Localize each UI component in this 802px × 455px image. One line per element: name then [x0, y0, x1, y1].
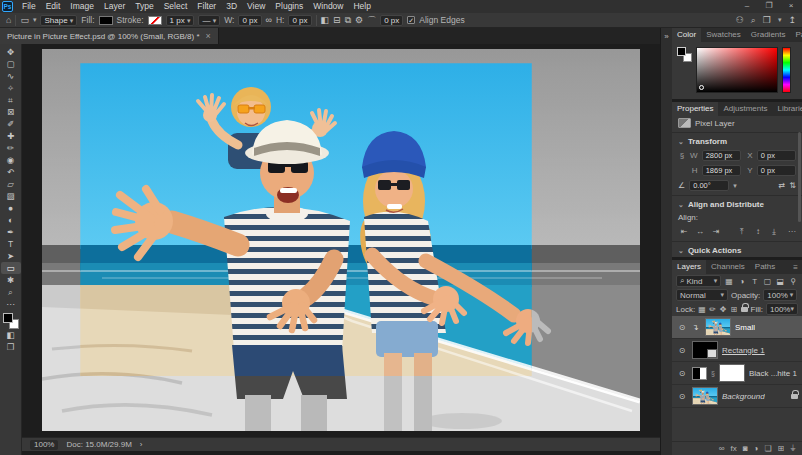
layer-name[interactable]: Background: [722, 392, 765, 401]
zoom-tool[interactable]: ⌕: [1, 286, 21, 298]
path-arrangement-icon[interactable]: ⧉: [345, 14, 351, 27]
tab-libraries[interactable]: Libraries: [773, 102, 802, 116]
link-wh-icon[interactable]: §: [678, 151, 686, 160]
x-field[interactable]: 0 px: [757, 150, 796, 161]
lasso-tool[interactable]: ∿: [1, 70, 21, 82]
new-layer-icon[interactable]: ⊞: [778, 444, 785, 453]
layer-name[interactable]: Rectangle 1: [722, 346, 765, 355]
tab-color[interactable]: Color: [672, 28, 701, 42]
align-middle-icon[interactable]: ↕: [752, 226, 764, 237]
lock-artboard-icon[interactable]: ⊞: [730, 305, 738, 314]
menu-window[interactable]: Window: [308, 0, 348, 13]
foreground-color-swatch[interactable]: [677, 47, 686, 56]
eyedropper-tool[interactable]: ✐: [1, 118, 21, 130]
visibility-eye-icon[interactable]: ⊙: [676, 346, 688, 355]
lock-all-icon[interactable]: [741, 307, 748, 312]
layer-thumbnail[interactable]: [705, 318, 731, 336]
black-white-adjustment-icon[interactable]: [692, 367, 707, 380]
tab-patterns[interactable]: Patterns: [791, 28, 802, 42]
fill-select[interactable]: 100% ▾: [766, 303, 798, 315]
delete-layer-icon[interactable]: ⏚: [790, 444, 796, 454]
home-icon[interactable]: ⌂: [6, 14, 11, 27]
frame-tool[interactable]: ⊠: [1, 106, 21, 118]
align-edges-checkbox[interactable]: ✓: [407, 16, 415, 24]
filter-adjustment-icon[interactable]: ◑: [737, 277, 747, 286]
more-options-icon[interactable]: ···: [788, 227, 796, 236]
clone-stamp-tool[interactable]: ◉: [1, 154, 21, 166]
stroke-swatch[interactable]: [148, 16, 162, 25]
add-layer-mask-icon[interactable]: ◙: [743, 444, 748, 453]
filter-smart-object-icon[interactable]: ⬓: [775, 277, 785, 286]
chevron-down-icon[interactable]: ▾: [778, 16, 782, 24]
rectangle-tool[interactable]: ▭: [1, 262, 21, 274]
move-tool[interactable]: ✥: [1, 46, 21, 58]
account-icon[interactable]: ⚇: [736, 14, 744, 27]
beach-photo[interactable]: [42, 49, 640, 431]
hand-tool[interactable]: ✱: [1, 274, 21, 286]
stroke-width-field[interactable]: 1 px ▾: [166, 15, 195, 26]
tab-layers[interactable]: Layers: [672, 260, 706, 274]
layer-row-background[interactable]: ⊙ Background: [672, 385, 802, 408]
type-tool[interactable]: T: [1, 238, 21, 250]
menu-file[interactable]: File: [17, 0, 41, 13]
tab-channels[interactable]: Channels: [706, 260, 750, 274]
align-left-icon[interactable]: ⇤: [678, 226, 690, 237]
screen-mode-button[interactable]: ❐: [1, 341, 21, 353]
menu-edit[interactable]: Edit: [41, 0, 66, 13]
path-alignment-icon[interactable]: ⊟: [333, 14, 341, 27]
tab-paths[interactable]: Paths: [750, 260, 780, 274]
document-tab[interactable]: Picture in Picture Effect.psd @ 100% (Sm…: [0, 28, 219, 44]
scrollbar[interactable]: [798, 132, 801, 222]
chevron-right-icon[interactable]: ›: [140, 440, 143, 449]
menu-plugins[interactable]: Plugins: [270, 0, 308, 13]
visibility-eye-icon[interactable]: ⊙: [676, 323, 688, 332]
rectangular-marquee-tool[interactable]: ▢: [1, 58, 21, 70]
menu-select[interactable]: Select: [159, 0, 193, 13]
layer-row-rectangle-1[interactable]: ⊙ Rectangle 1: [672, 339, 802, 362]
close-button[interactable]: ×: [780, 0, 802, 13]
menu-image[interactable]: Image: [65, 0, 99, 13]
tab-gradients[interactable]: Gradients: [746, 28, 791, 42]
width-field[interactable]: 2800 px: [702, 150, 741, 161]
blur-tool[interactable]: ●: [1, 202, 21, 214]
eraser-tool[interactable]: ▱: [1, 178, 21, 190]
crop-tool[interactable]: ⌗: [1, 94, 21, 106]
lock-transparency-icon[interactable]: ▦: [698, 305, 706, 314]
lock-position-icon[interactable]: ✥: [719, 305, 727, 314]
path-operations-icon[interactable]: ◧: [321, 14, 330, 27]
layer-name[interactable]: Small: [735, 323, 755, 332]
layer-styles-icon[interactable]: fx: [731, 444, 737, 453]
brush-tool[interactable]: ✏: [1, 142, 21, 154]
foreground-background-swatches[interactable]: [3, 313, 19, 329]
layer-thumbnail[interactable]: [692, 387, 718, 405]
stroke-type-select[interactable]: — ▾: [198, 15, 220, 26]
search-icon[interactable]: ⌕: [751, 14, 756, 27]
flip-vertical-icon[interactable]: ⇅: [789, 181, 796, 190]
menu-3d[interactable]: 3D: [221, 0, 242, 13]
restore-button[interactable]: ❐: [758, 0, 780, 13]
pen-tool[interactable]: ✒: [1, 226, 21, 238]
edit-toolbar-icon[interactable]: ⋯: [1, 298, 21, 310]
align-bottom-icon[interactable]: ⤓: [768, 226, 780, 237]
workspace-icon[interactable]: ❐: [763, 14, 771, 27]
shape-height-field[interactable]: 0 px: [288, 15, 311, 26]
y-field[interactable]: 0 px: [757, 165, 796, 176]
tab-adjustments[interactable]: Adjustments: [718, 102, 772, 116]
link-layers-icon[interactable]: ∞: [719, 444, 725, 453]
flip-horizontal-icon[interactable]: ⇄: [779, 181, 786, 190]
filter-type-icon[interactable]: T: [750, 277, 760, 286]
align-section-header[interactable]: ⌄ Align and Distribute: [672, 198, 802, 211]
menu-layer[interactable]: Layer: [99, 0, 130, 13]
fill-swatch[interactable]: [99, 16, 113, 25]
panel-menu-icon[interactable]: ≡: [789, 263, 802, 272]
gear-icon[interactable]: ⚙: [355, 14, 363, 27]
layer-name[interactable]: Black ...hite 1: [749, 369, 797, 378]
new-adjustment-layer-icon[interactable]: ◑: [754, 444, 759, 453]
filter-shape-icon[interactable]: ▢: [763, 277, 773, 286]
layer-row-black-white-1[interactable]: ⊙ § Black ...hite 1: [672, 362, 802, 385]
align-center-horizontal-icon[interactable]: ↔: [694, 226, 706, 237]
dodge-tool[interactable]: ◐: [1, 214, 21, 226]
close-icon[interactable]: ×: [206, 31, 211, 41]
saturation-brightness-field[interactable]: [696, 47, 778, 93]
align-right-icon[interactable]: ⇥: [710, 226, 722, 237]
